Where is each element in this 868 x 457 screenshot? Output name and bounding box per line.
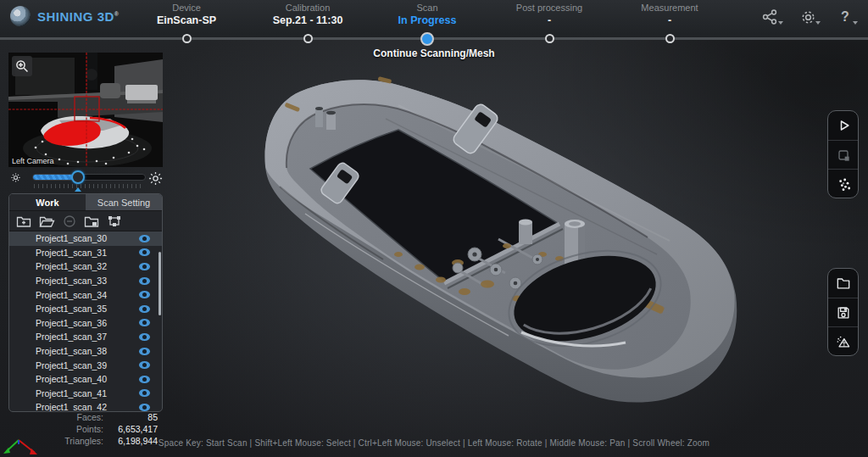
visibility-eye-icon[interactable]	[139, 333, 150, 341]
brightness-marker	[75, 187, 81, 192]
scan-list-item[interactable]: Project1_scan_30	[9, 231, 162, 246]
step-post-processing[interactable]: Post processing -	[486, 3, 613, 27]
step-device[interactable]: Device EinScan-SP	[123, 3, 250, 27]
brand: SHINING 3D®	[10, 6, 120, 26]
visibility-eye-icon[interactable]	[139, 291, 150, 298]
scan-list-item[interactable]: Project1_scan_40	[9, 372, 162, 387]
brightness-track[interactable]	[32, 174, 146, 181]
scan-name: Project1_scan_35	[9, 304, 133, 314]
faces-label: Faces:	[8, 411, 103, 423]
new-project-icon[interactable]	[16, 215, 31, 228]
step-measurement[interactable]: Measurement -	[606, 3, 733, 27]
save-icon[interactable]	[828, 298, 858, 326]
points-value: 6,653,417	[103, 423, 163, 435]
visibility-eye-icon[interactable]	[139, 235, 150, 242]
brightness-thumb[interactable]	[71, 170, 85, 184]
triangles-label: Triangles:	[8, 435, 103, 447]
select-region-icon[interactable]	[828, 140, 858, 169]
scan-list-item[interactable]: Project1_scan_37	[9, 330, 162, 344]
help-icon[interactable]: ?	[834, 8, 856, 26]
step-calibration[interactable]: Calibration Sep.21 - 11:30	[244, 3, 371, 27]
scan-name: Project1_scan_40	[9, 374, 133, 384]
visibility-eye-icon[interactable]	[139, 319, 150, 326]
scan-list-item[interactable]: Project1_scan_33	[9, 274, 162, 288]
progress-dot-measurement	[665, 34, 675, 43]
visibility-eye-icon[interactable]	[139, 263, 150, 270]
visibility-eye-icon[interactable]	[139, 376, 150, 383]
point-cloud-icon[interactable]	[828, 169, 858, 198]
scan-name: Project1_scan_36	[9, 318, 133, 328]
einscan-app: Space Key: Start Scan | Shift+Left Mouse…	[0, 0, 868, 457]
scan-name: Project1_scan_39	[9, 360, 133, 371]
share-icon[interactable]	[760, 8, 782, 26]
project-toolbar	[9, 211, 162, 231]
align-icon[interactable]	[107, 215, 122, 228]
camera-preview: Left Camera	[8, 53, 163, 167]
chevron-down-icon	[778, 21, 783, 25]
faces-value: 85	[103, 411, 163, 423]
tab-work[interactable]: Work	[9, 194, 86, 210]
tab-scan-setting[interactable]: Scan Setting	[86, 194, 162, 210]
brightness-slider	[8, 169, 163, 191]
scan-list-item[interactable]: Project1_scan_36	[9, 316, 162, 331]
settings-gear-icon[interactable]	[797, 8, 819, 26]
save-project-icon[interactable]	[84, 215, 99, 228]
shining3d-logo-icon	[10, 6, 31, 26]
sun-dim-icon	[10, 171, 21, 187]
visibility-eye-icon[interactable]	[139, 348, 150, 355]
visibility-eye-icon[interactable]	[139, 305, 150, 313]
scan-list: Project1_scan_30 Project1_scan_31 Projec…	[9, 231, 162, 411]
scan-name: Project1_scan_41	[9, 388, 133, 398]
camera-name-label: Left Camera	[12, 157, 54, 165]
scan-actions-group	[827, 110, 859, 198]
mesh-stats: Faces:85 Points:6,653,417 Triangles:6,19…	[8, 411, 163, 447]
progress-dot-calibration	[303, 34, 313, 43]
start-scan-play-icon[interactable]	[828, 111, 858, 140]
scan-list-item[interactable]: Project1_scan_35	[9, 302, 162, 316]
progress-line	[0, 37, 868, 40]
scrollbar-thumb[interactable]	[159, 252, 161, 315]
visibility-eye-icon[interactable]	[139, 277, 150, 285]
progress-dot-device	[182, 34, 192, 43]
scan-list-item[interactable]: Project1_scan_41	[9, 387, 162, 401]
progress-dot-post-processing	[545, 34, 554, 43]
top-bar: SHINING 3D® Device EinScan-SP Calibratio…	[0, 0, 868, 37]
open-project-icon[interactable]	[39, 215, 55, 228]
scan-name: Project1_scan_33	[9, 276, 133, 286]
scan-name: Project1_scan_31	[9, 248, 133, 258]
scan-name: Project1_scan_32	[9, 261, 133, 271]
scan-list-item[interactable]: Project1_scan_32	[9, 259, 162, 274]
mesh-icon[interactable]	[828, 326, 858, 355]
remove-scan-icon[interactable]	[63, 215, 76, 228]
progress-dot-scan-active	[420, 32, 434, 46]
registered-mark: ®	[114, 11, 120, 17]
scan-list-item[interactable]: Project1_scan_38	[9, 344, 162, 359]
chevron-down-icon	[815, 21, 821, 25]
scan-name: Project1_scan_37	[9, 332, 133, 342]
chevron-down-icon	[853, 21, 858, 25]
scan-name: Project1_scan_42	[9, 402, 133, 411]
brand-name: SHINING 3D	[37, 9, 114, 24]
scan-list-item[interactable]: Project1_scan_39	[9, 358, 162, 372]
visibility-eye-icon[interactable]	[139, 361, 150, 369]
scan-stage-subtitle: Continue Scanning/Mesh	[0, 47, 868, 59]
step-scan[interactable]: Scan In Progress	[364, 3, 491, 27]
scan-name: Project1_scan_38	[9, 346, 133, 356]
file-actions-group	[827, 268, 859, 356]
visibility-eye-icon[interactable]	[139, 404, 150, 411]
work-panel: Work Scan Setting Project1_scan_30	[8, 193, 163, 412]
points-label: Points:	[8, 423, 103, 435]
scan-list-item[interactable]: Project1_scan_34	[9, 287, 162, 302]
visibility-eye-icon[interactable]	[139, 389, 150, 397]
triangles-value: 6,198,944	[103, 435, 163, 447]
sun-bright-icon	[148, 171, 163, 189]
visibility-eye-icon[interactable]	[139, 248, 150, 256]
scan-list-item[interactable]: Project1_scan_42	[9, 400, 162, 411]
open-folder-icon[interactable]	[828, 269, 858, 298]
brightness-ticks	[34, 184, 144, 188]
scan-list-item[interactable]: Project1_scan_31	[9, 246, 162, 260]
scan-name: Project1_scan_30	[9, 233, 133, 243]
scan-name: Project1_scan_34	[9, 290, 133, 300]
